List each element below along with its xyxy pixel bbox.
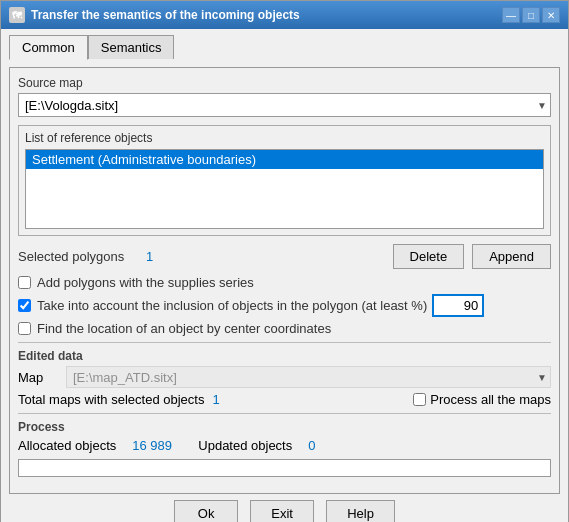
take-into-account-row: Take into account the inclusion of objec… [18,295,551,316]
total-maps-label: Total maps with selected objects [18,392,204,407]
minimize-button[interactable]: — [502,7,520,23]
source-map-select[interactable]: [E:\Vologda.sitx] [18,93,551,117]
delete-button[interactable]: Delete [393,244,465,269]
allocated-value: 16 989 [132,438,182,453]
content-area: Common Semantics Source map [E:\Vologda.… [1,29,568,522]
main-window: 🗺 Transfer the semantics of the incoming… [0,0,569,522]
title-bar-controls: — □ ✕ [502,7,560,23]
process-all-label: Process all the maps [430,392,551,407]
find-location-checkbox[interactable] [18,322,31,335]
take-into-account-checkbox[interactable] [18,299,31,312]
process-label: Process [18,420,551,434]
exit-button[interactable]: Exit [250,500,314,522]
source-map-label: Source map [18,76,551,90]
updated-value: 0 [308,438,358,453]
allocated-label: Allocated objects [18,438,116,453]
find-location-label: Find the location of an object by center… [37,321,331,336]
window-title: Transfer the semantics of the incoming o… [31,8,300,22]
list-item[interactable]: Settlement (Administrative boundaries) [26,150,543,169]
restore-button[interactable]: □ [522,7,540,23]
title-bar-left: 🗺 Transfer the semantics of the incoming… [9,7,300,23]
append-button[interactable]: Append [472,244,551,269]
progress-bar [18,459,551,477]
map-label: Map [18,370,58,385]
total-maps-row: Total maps with selected objects 1 Proce… [18,392,551,407]
help-button[interactable]: Help [326,500,395,522]
selected-polygons-row: Selected polygons 1 Delete Append [18,244,551,269]
selected-polygons-label: Selected polygons [18,249,138,264]
source-map-select-wrapper: [E:\Vologda.sitx] ▼ [18,93,551,117]
map-select: [E:\map_ATD.sitx] [66,366,551,388]
process-all-checkbox[interactable] [413,393,426,406]
tab-bar: Common Semantics [9,35,560,59]
bottom-buttons: Ok Exit Help [9,494,560,522]
find-location-row: Find the location of an object by center… [18,321,551,336]
selected-polygons-value: 1 [146,249,385,264]
updated-label: Updated objects [198,438,292,453]
reference-objects-label: List of reference objects [22,131,155,145]
take-into-account-label: Take into account the inclusion of objec… [37,298,427,313]
tab-semantics[interactable]: Semantics [88,35,175,59]
title-bar: 🗺 Transfer the semantics of the incoming… [1,1,568,29]
edited-data-label: Edited data [18,349,551,363]
allocated-row: Allocated objects 16 989 Updated objects… [18,438,551,453]
ok-button[interactable]: Ok [174,500,238,522]
divider-2 [18,413,551,414]
tab-content-common: Source map [E:\Vologda.sitx] ▼ List of r… [9,67,560,494]
total-maps-value: 1 [212,392,232,407]
add-polygons-checkbox[interactable] [18,276,31,289]
process-all-group: Process all the maps [413,392,551,407]
percentage-input[interactable] [433,295,483,316]
add-polygons-label: Add polygons with the supplies series [37,275,254,290]
map-row: Map [E:\map_ATD.sitx] ▼ [18,366,551,388]
reference-objects-group: List of reference objects Settlement (Ad… [18,125,551,236]
reference-objects-list[interactable]: Settlement (Administrative boundaries) [25,149,544,229]
source-map-group: Source map [E:\Vologda.sitx] ▼ [18,76,551,117]
close-button[interactable]: ✕ [542,7,560,23]
map-select-wrapper: [E:\map_ATD.sitx] ▼ [66,366,551,388]
add-polygons-row: Add polygons with the supplies series [18,275,551,290]
app-icon: 🗺 [9,7,25,23]
divider-1 [18,342,551,343]
tab-common[interactable]: Common [9,35,88,60]
